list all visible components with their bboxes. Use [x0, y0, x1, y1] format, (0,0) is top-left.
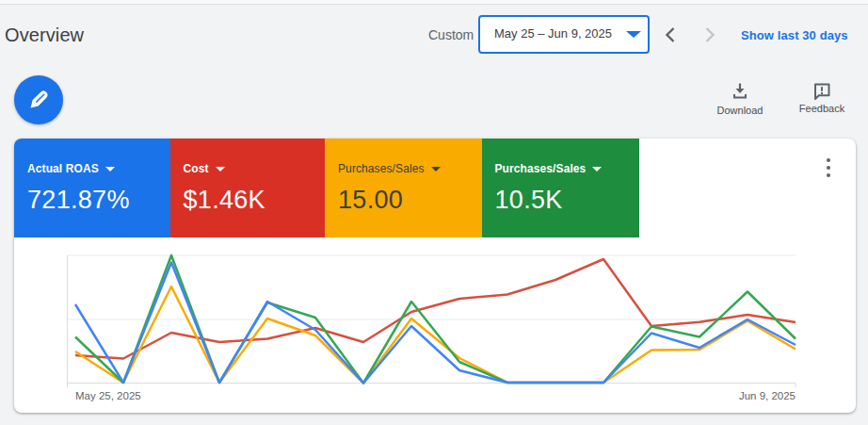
- svg-text:Jun 9, 2025: Jun 9, 2025: [739, 390, 796, 401]
- svg-text:May 25, 2025: May 25, 2025: [75, 390, 141, 401]
